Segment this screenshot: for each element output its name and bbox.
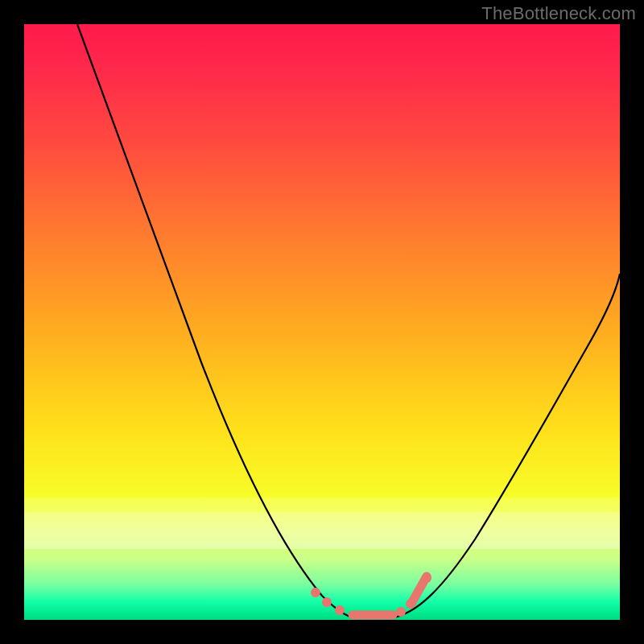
right-curve (394, 274, 620, 617)
svg-point-5 (396, 607, 406, 617)
valley-marker-segments (353, 576, 427, 615)
watermark-text: TheBottleneck.com (481, 3, 636, 24)
svg-point-4 (335, 605, 345, 615)
curve-layer (24, 24, 620, 620)
svg-point-7 (422, 573, 431, 583)
left-curve (77, 24, 353, 617)
svg-point-3 (322, 597, 332, 607)
plot-area (24, 24, 620, 620)
svg-point-6 (406, 599, 415, 609)
svg-point-2 (311, 588, 320, 597)
chart-frame: TheBottleneck.com (0, 0, 644, 644)
